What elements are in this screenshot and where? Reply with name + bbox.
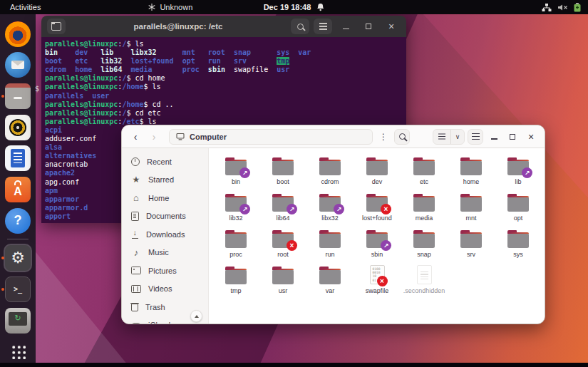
folder-icon [413,160,435,175]
dock-divider [7,239,29,239]
file-item-opt[interactable]: opt [495,187,542,223]
view-toggle-button[interactable]: ∨ [433,129,465,145]
file-icon-area: 0100 0010 10 01× [370,263,385,284]
folder-icon [413,197,435,212]
file-item-usr[interactable]: usr [259,259,306,296]
file-item-boot[interactable]: boot [259,150,306,187]
new-tab-button[interactable] [47,19,66,34]
focused-app-menu[interactable]: Unknown [148,3,192,11]
files-dock-button[interactable] [4,82,32,110]
ubuntu-software-dock-button[interactable] [4,175,32,204]
file-item-snap[interactable]: snap [401,223,448,259]
file-label: lost+found [362,214,392,222]
file-item-home[interactable]: home [448,150,495,187]
files-window: ‹ › Computer ⋮ ∨ × RecentStarredHomeDo [121,125,545,324]
terminal-header-bar[interactable]: parallels@linuxpc: /etc × [41,16,406,37]
files-maximize-button[interactable] [505,129,520,145]
location-menu-button[interactable]: ⋮ [376,129,391,145]
file-label: boot [277,178,289,186]
terminal-dock-button[interactable] [4,275,32,304]
hamburger-menu-icon [472,136,480,138]
screen-bottom-bezel [0,363,588,367]
sidebar-item-starred[interactable]: Starred [122,171,208,190]
file-label: sbin [371,251,383,259]
file-item-lib64[interactable]: ↗lib64 [259,187,306,223]
back-button[interactable]: ‹ [128,129,143,145]
system-status-menu[interactable] [542,0,581,14]
file-item-etc[interactable]: etc [401,150,448,187]
thunderbird-dock-button[interactable] [4,51,32,80]
file-item-srv[interactable]: srv [448,223,495,259]
sidebar-item-pictures[interactable]: Pictures [122,262,208,280]
file-item-mnt[interactable]: mnt [448,187,495,223]
no-access-emblem-icon: × [381,204,391,214]
pic-icon [131,267,141,274]
terminal-search-button[interactable] [291,19,309,34]
sidebar-item-downloads[interactable]: Downloads [122,225,208,244]
terminal-title: parallels@linuxpc: /etc [70,22,287,31]
file-item-tmp[interactable]: tmp [212,259,259,296]
file-item-media[interactable]: media [401,187,448,223]
close-icon: × [528,132,534,142]
file-item-run[interactable]: run [306,223,354,259]
file-item-lib[interactable]: ↗lib [495,150,542,187]
top-bar: Activities Unknown Dec 19 18:48 [0,0,588,14]
libreoffice-writer-dock-button[interactable] [4,145,32,173]
file-item-cdrom[interactable]: cdrom [306,150,354,187]
file-icon-area: ↗ [225,190,247,212]
file-item-sbin[interactable]: ↗sbin [354,223,401,259]
files-close-button[interactable]: × [523,129,539,145]
settings-dock-button[interactable] [4,244,32,272]
file-item-lib32[interactable]: ↗lib32 [212,187,259,223]
file-item-libx32[interactable]: ↗libx32 [306,187,354,223]
files-menu-button[interactable] [468,129,483,145]
parallels-shared-dock-button[interactable] [4,306,32,335]
files-search-button[interactable] [394,129,410,145]
file-item-dev[interactable]: dev [354,150,401,187]
link-emblem-icon: ↗ [334,204,344,214]
app-grid-dock-button[interactable] [4,337,32,366]
file-item-root[interactable]: ×root [259,223,306,259]
forward-button[interactable]: › [146,129,162,145]
firefox-dock-button[interactable] [4,20,32,48]
app-grid-icon [5,338,31,364]
rhythmbox-dock-button[interactable] [4,113,32,142]
file-item-lost+found[interactable]: ×lost+found [354,187,401,223]
file-item-var[interactable]: var [306,259,354,296]
maximize-icon [510,134,515,140]
folder-icon [413,233,435,248]
running-indicator-dot [1,257,4,259]
file-item-secondhidden[interactable]: .secondhidden [401,259,448,296]
files-minimize-button[interactable] [486,129,502,145]
terminal-line: boot etc lib32 lost+found opt run srv tm… [45,57,406,66]
terminal-line: parallels@linuxpc:/home$ cd .. [45,100,406,109]
maximize-icon [366,24,371,29]
files-header-bar[interactable]: ‹ › Computer ⋮ ∨ × [122,125,545,148]
sidebar-scroll-up-button[interactable] [190,310,202,322]
file-item-swapfile[interactable]: 0100 0010 10 01×swapfile [354,259,401,296]
terminal-line: bin dev lib libx32 mnt root snap sys var [45,48,406,57]
file-label: opt [514,214,523,222]
sidebar-item-videos[interactable]: Videos [122,280,208,299]
activities-button[interactable]: Activities [10,3,41,11]
link-emblem-icon: ↗ [239,167,250,178]
location-bar[interactable]: Computer [169,129,373,145]
file-icon-area [413,227,435,248]
sidebar-item-documents[interactable]: Documents [122,207,208,226]
file-item-bin[interactable]: ↗bin [212,150,259,187]
help-icon [5,208,31,234]
help-dock-button[interactable] [4,207,32,235]
file-item-sys[interactable]: sys [495,223,542,259]
sidebar-item-label: Downloads [146,230,185,239]
terminal-minimize-button[interactable] [336,19,355,34]
terminal-close-button[interactable]: × [382,19,401,34]
terminal-menu-button[interactable] [314,19,332,34]
down-icon [131,230,139,239]
sidebar-item-home[interactable]: Home [122,189,208,207]
file-label: lib32 [229,214,242,222]
sidebar-item-recent[interactable]: Recent [122,153,208,171]
terminal-maximize-button[interactable] [359,19,378,34]
clock-menu[interactable]: Dec 19 18:48 [264,0,325,14]
sidebar-item-music[interactable]: Music [122,244,208,262]
file-item-proc[interactable]: proc [212,223,259,259]
